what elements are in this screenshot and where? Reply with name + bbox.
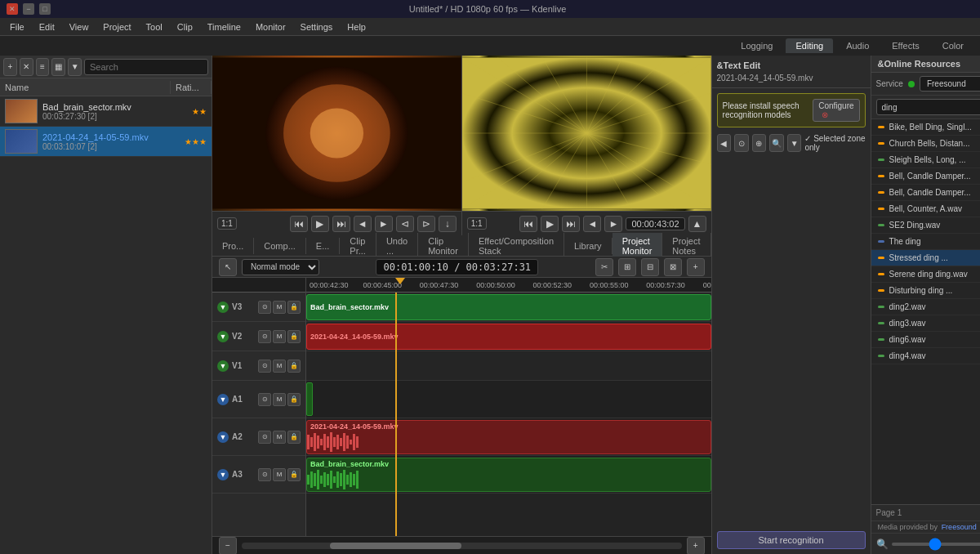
track-lock-btn[interactable]: 🔒: [287, 393, 301, 406]
bin-filter-button[interactable]: ▼: [68, 58, 82, 76]
bin-add-button[interactable]: +: [3, 58, 17, 76]
menu-edit[interactable]: Edit: [33, 20, 61, 34]
menu-help[interactable]: Help: [341, 20, 372, 34]
clip-add-to-timeline[interactable]: ↓: [439, 216, 457, 232]
menu-monitor[interactable]: Monitor: [249, 20, 292, 34]
bin-delete-button[interactable]: ✕: [20, 58, 33, 76]
track-lock-btn[interactable]: 🔒: [287, 431, 301, 444]
track-row-v3[interactable]: Bad_brain_sector.mkv: [306, 293, 711, 322]
timeline-split[interactable]: ✂: [595, 258, 613, 276]
sound-item[interactable]: ding6.wav: [871, 332, 980, 348]
clip-set-out[interactable]: ⊳: [417, 216, 435, 232]
tab-library[interactable]: Library: [564, 238, 612, 254]
sound-item[interactable]: Bell, Candle Damper...: [871, 168, 980, 185]
sound-item[interactable]: Serene ding ding.wav: [871, 266, 980, 283]
tab-color[interactable]: Color: [933, 38, 973, 53]
sound-search-input[interactable]: [876, 99, 980, 115]
tab-clip-monitor[interactable]: Clip Monitor: [418, 233, 469, 259]
tab-project-monitor[interactable]: Project Monitor: [612, 233, 663, 259]
sound-item[interactable]: Sleigh Bells, Long, ...: [871, 152, 980, 168]
sound-item[interactable]: Bike, Bell Ding, Singl...: [871, 119, 980, 136]
menu-project[interactable]: Project: [96, 20, 137, 34]
timeline-ungroup[interactable]: ⊞: [618, 258, 636, 276]
bin-view-button[interactable]: ▦: [51, 58, 65, 76]
speech-btn-4[interactable]: 🔍: [769, 134, 784, 152]
track-link-btn[interactable]: ⊙: [258, 301, 271, 314]
project-mark-in[interactable]: ◄: [583, 216, 601, 232]
timeline-mode-select[interactable]: Normal mode: [242, 259, 319, 275]
menu-settings[interactable]: Settings: [294, 20, 340, 34]
sound-item[interactable]: Bell, Candle Damper...: [871, 185, 980, 201]
timeline-ruler[interactable]: 00:00:42:30 00:00:45:00 00:00:47:30 00:0…: [306, 278, 711, 293]
media-credit-link[interactable]: Freesound: [942, 523, 977, 531]
tab-effect-comp[interactable]: Effect/Composition Stack: [469, 233, 564, 259]
timeline-zoom-out[interactable]: −: [219, 537, 237, 555]
sound-item[interactable]: Disturbing ding ...: [871, 283, 980, 299]
clip-monitor-video[interactable]: [212, 56, 461, 211]
clip-block[interactable]: Bad_brain_sector.mkv: [306, 458, 711, 492]
track-lock-btn[interactable]: 🔒: [287, 301, 301, 314]
speech-btn-2[interactable]: ⊙: [734, 134, 749, 152]
track-link-btn[interactable]: ⊙: [258, 360, 271, 373]
tab-pro[interactable]: Pro...: [212, 238, 254, 254]
clip-set-in[interactable]: ⊲: [396, 216, 414, 232]
track-link-btn[interactable]: ⊙: [258, 330, 271, 343]
close-button[interactable]: ✕: [7, 3, 18, 15]
zoom-out-btn[interactable]: 🔍: [876, 538, 889, 550]
track-row-a2[interactable]: 2021-04-24_14-05-59.mkv: [306, 418, 711, 456]
track-row-a3[interactable]: Bad_brain_sector.mkv: [306, 456, 711, 494]
tab-effects[interactable]: Effects: [882, 38, 929, 53]
bin-item[interactable]: Bad_brain_sector.mkv 00:03:27:30 [2] ★★: [0, 96, 212, 127]
tab-project-notes[interactable]: Project Notes: [662, 233, 710, 259]
track-lock-btn[interactable]: 🔒: [287, 468, 301, 481]
clip-skip-back[interactable]: ⏮: [290, 216, 308, 232]
project-skip-back[interactable]: ⏮: [519, 216, 537, 232]
tab-comp[interactable]: Comp...: [254, 238, 306, 254]
start-recognition-button[interactable]: Start recognition: [717, 531, 866, 549]
minimize-button[interactable]: −: [23, 3, 34, 15]
project-skip-fwd[interactable]: ⏭: [562, 216, 580, 232]
clip-block[interactable]: Bad_brain_sector.mkv: [306, 294, 711, 320]
menu-timeline[interactable]: Timeline: [201, 20, 247, 34]
track-mute-btn[interactable]: M: [273, 468, 286, 481]
timeline-snap[interactable]: ⊠: [664, 258, 682, 276]
track-mute-btn[interactable]: M: [273, 330, 286, 343]
timeline-tool-arrow[interactable]: ↖: [219, 258, 237, 276]
track-row-a1[interactable]: [306, 381, 711, 418]
tab-logging[interactable]: Logging: [731, 38, 782, 53]
tab-editing[interactable]: Editing: [786, 38, 833, 53]
track-link-btn[interactable]: ⊙: [258, 468, 271, 481]
sound-item[interactable]: ding2.wav: [871, 299, 980, 315]
track-mute-btn[interactable]: M: [273, 360, 286, 373]
sound-item[interactable]: SE2 Ding.wav: [871, 217, 980, 234]
project-vol[interactable]: ▲: [688, 216, 706, 232]
clip-skip-fwd[interactable]: ⏭: [332, 216, 350, 232]
clip-mark-out[interactable]: ►: [375, 216, 393, 232]
track-mute-btn[interactable]: M: [273, 431, 286, 444]
sound-item[interactable]: ding4.wav: [871, 348, 980, 364]
menu-clip[interactable]: Clip: [171, 20, 199, 34]
tab-audio[interactable]: Audio: [836, 38, 879, 53]
sound-item[interactable]: Stressed ding ...: [871, 250, 980, 266]
menu-file[interactable]: File: [3, 20, 31, 34]
track-lock-btn[interactable]: 🔒: [287, 360, 301, 373]
project-play[interactable]: ▶: [541, 216, 559, 232]
clip-mark-in[interactable]: ◄: [354, 216, 372, 232]
bin-menu-button[interactable]: ≡: [36, 58, 50, 76]
project-monitor-video[interactable]: [462, 56, 711, 211]
sound-item[interactable]: Bell, Counter, A.wav: [871, 201, 980, 217]
service-select[interactable]: Freesound: [920, 76, 980, 92]
speech-btn-3[interactable]: ⊕: [752, 134, 767, 152]
project-zoom[interactable]: 1:1: [467, 217, 487, 230]
timeline-group[interactable]: ⊟: [641, 258, 659, 276]
clip-block[interactable]: 2021-04-24_14-05-59.mkv: [306, 324, 711, 350]
track-lock-btn[interactable]: 🔒: [287, 330, 301, 343]
clip-zoom[interactable]: 1:1: [217, 217, 237, 230]
configure-button[interactable]: Configure ⊗: [813, 99, 859, 122]
timeline-add-track[interactable]: +: [687, 258, 705, 276]
sound-item[interactable]: ding3.wav: [871, 315, 980, 332]
maximize-button[interactable]: □: [39, 3, 51, 15]
track-link-btn[interactable]: ⊙: [258, 431, 271, 444]
clip-play[interactable]: ▶: [311, 216, 329, 232]
speech-btn-1[interactable]: ◀: [717, 134, 732, 152]
